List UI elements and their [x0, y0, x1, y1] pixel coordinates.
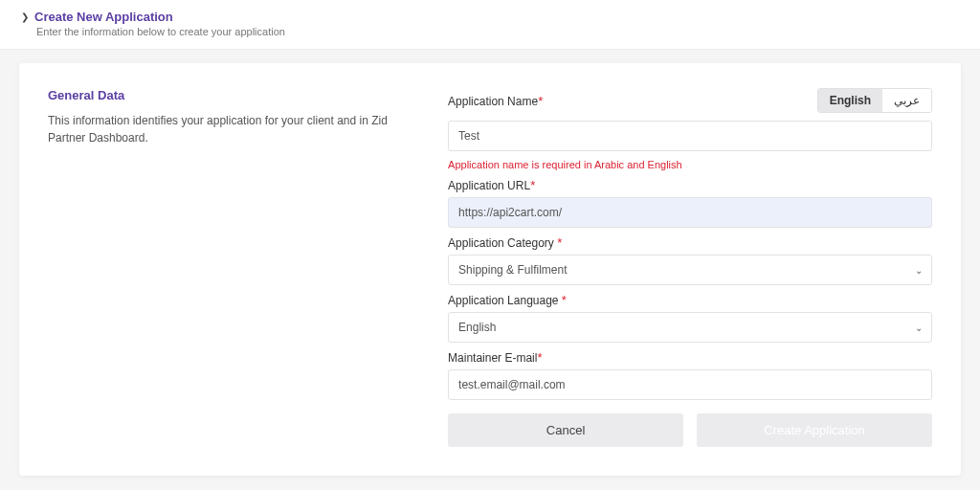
form-card: General Data This information identifies… [19, 63, 961, 476]
label-app-language: Application Language [448, 294, 562, 307]
language-tabs: English عربي [817, 88, 932, 113]
label-app-url: Application URL [448, 179, 530, 192]
create-application-button[interactable]: Create Application [697, 413, 932, 447]
page-subtitle: Enter the information below to create yo… [36, 26, 959, 37]
select-app-language[interactable] [448, 312, 932, 343]
required-mark: * [538, 94, 543, 108]
chevron-right-icon: ❯ [21, 11, 29, 22]
page-title: Create New Application [34, 10, 173, 24]
section-title: General Data [48, 88, 419, 102]
input-app-name[interactable] [448, 121, 932, 151]
label-maintainer-email: Maintainer E-mail [448, 351, 537, 365]
section-description: This information identifies your applica… [48, 112, 419, 146]
required-mark: * [557, 235, 562, 250]
tab-english[interactable]: English [818, 89, 882, 112]
cancel-button[interactable]: Cancel [448, 413, 683, 447]
error-app-name: Application name is required in Arabic a… [448, 159, 932, 170]
select-app-category[interactable] [448, 255, 932, 285]
tab-arabic[interactable]: عربي [882, 89, 931, 112]
input-app-url[interactable] [448, 197, 932, 228]
page-header: ❯ Create New Application Enter the infor… [0, 0, 980, 50]
input-maintainer-email[interactable] [448, 369, 932, 400]
label-app-name: Application Name [448, 95, 538, 108]
required-mark: * [530, 178, 535, 192]
required-mark: * [562, 293, 567, 307]
required-mark: * [537, 350, 542, 365]
label-app-category: Application Category [448, 236, 557, 250]
